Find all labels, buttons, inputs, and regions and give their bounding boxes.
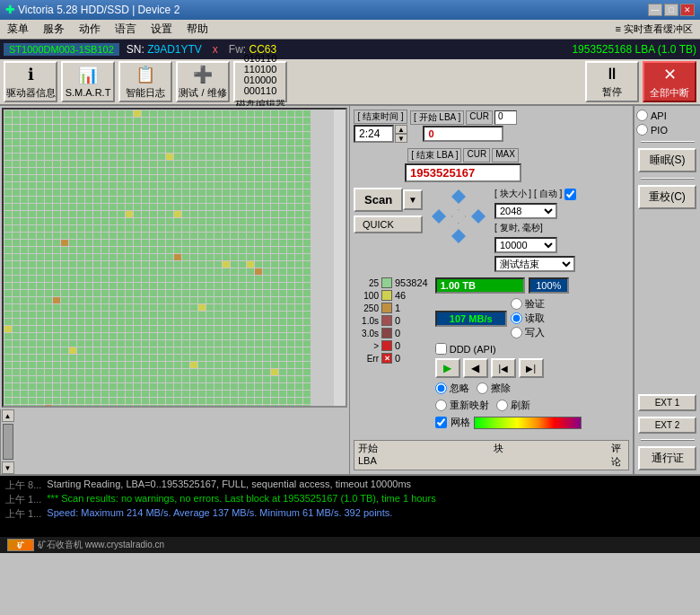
svg-rect-689 xyxy=(37,240,44,246)
start-lba-input[interactable]: 0 xyxy=(423,126,503,142)
svg-rect-374 xyxy=(255,175,262,181)
maximize-button[interactable]: □ xyxy=(664,4,678,16)
log-icon: 📋 xyxy=(136,65,155,84)
scan-button[interactable]: Scan xyxy=(354,188,403,212)
sleep-button[interactable]: 睡眠(S) xyxy=(638,148,696,172)
end-condition-dropdown[interactable]: 测试结束 xyxy=(494,256,575,272)
write-radio[interactable] xyxy=(511,327,522,338)
svg-rect-464 xyxy=(61,197,68,203)
svg-rect-1213 xyxy=(279,333,286,339)
ext2-button[interactable]: EXT 2 xyxy=(638,417,696,434)
end-lba-display[interactable]: 1953525167 xyxy=(405,163,521,182)
svg-rect-1485 xyxy=(21,391,28,397)
svg-rect-950 xyxy=(303,283,311,289)
pio-radio[interactable] xyxy=(636,124,648,136)
svg-rect-1289 xyxy=(279,347,286,354)
menu-item-action[interactable]: 动作 xyxy=(72,20,108,39)
skip-prev-btn[interactable]: |◀ xyxy=(491,358,516,378)
svg-rect-767 xyxy=(53,254,60,260)
svg-rect-951 xyxy=(4,290,12,296)
svg-rect-1281 xyxy=(214,347,222,354)
grid-checkbox[interactable] xyxy=(435,417,447,428)
verify-radio-label[interactable]: 验证 xyxy=(511,297,545,311)
log-time-2: 上午 1... xyxy=(5,507,41,521)
svg-rect-73 xyxy=(279,118,286,124)
ddd-checkbox[interactable] xyxy=(435,343,447,355)
time-dropdown[interactable]: 10000 xyxy=(494,237,557,253)
svg-rect-1150 xyxy=(77,326,84,332)
svg-rect-849 xyxy=(101,268,109,275)
scan-dropdown[interactable]: Scan ▼ xyxy=(354,188,423,212)
test-button[interactable]: ➕ 测试 / 维修 xyxy=(176,61,230,102)
device-close-btn[interactable]: x xyxy=(209,43,222,56)
device-model[interactable]: ST1000DM003-1SB102 xyxy=(4,43,119,56)
smart-button[interactable]: 📊 S.M.A.R.T xyxy=(61,61,115,102)
api-label[interactable]: API xyxy=(636,110,698,121)
svg-rect-1270 xyxy=(126,347,133,354)
nav-up-btn[interactable] xyxy=(451,189,466,204)
scroll-thumb[interactable] xyxy=(3,424,13,460)
refresh-radio[interactable] xyxy=(496,400,508,411)
svg-rect-1139 xyxy=(295,319,302,325)
svg-rect-1516 xyxy=(271,391,278,397)
hex-editor-button[interactable]: 010110110100010000000110 磁盘编辑器 xyxy=(233,61,287,102)
read-radio[interactable] xyxy=(511,312,522,324)
svg-rect-1326 xyxy=(271,355,278,361)
remap-label[interactable]: 重新映射 xyxy=(435,399,489,412)
scroll-down-btn[interactable]: ▼ xyxy=(2,461,14,474)
skip-next-btn[interactable]: ▶| xyxy=(519,358,544,378)
nav-down-btn[interactable] xyxy=(451,229,466,243)
svg-rect-1443 xyxy=(295,376,302,382)
scan-arrow[interactable]: ▼ xyxy=(403,189,423,210)
size-dropdown[interactable]: 2048 xyxy=(494,203,557,219)
nav-left-btn[interactable] xyxy=(432,209,446,224)
minimize-button[interactable]: — xyxy=(648,4,662,16)
scroll-up-btn[interactable]: ▲ xyxy=(2,409,14,422)
time-up-btn[interactable]: ▲ xyxy=(395,125,407,134)
remap-radio[interactable] xyxy=(435,400,447,411)
menu-item-settings[interactable]: 设置 xyxy=(144,20,179,39)
pio-label[interactable]: PIO xyxy=(636,124,698,136)
menu-item-service[interactable]: 服务 xyxy=(36,20,72,39)
erase-label[interactable]: 擦除 xyxy=(477,382,511,395)
verify-radio[interactable] xyxy=(511,298,522,310)
quick-button[interactable]: QUICK xyxy=(354,215,423,233)
svg-rect-336 xyxy=(255,168,262,174)
time-down-btn[interactable]: ▼ xyxy=(395,134,407,143)
pause-button[interactable]: ⏸ 暂停 xyxy=(585,61,639,102)
svg-rect-722 xyxy=(303,240,311,246)
nav-right-btn[interactable] xyxy=(471,209,486,224)
log-button[interactable]: 📋 智能日志 xyxy=(118,61,172,102)
refresh-label[interactable]: 刷新 xyxy=(496,399,530,412)
stop-all-button[interactable]: ✕ 全部中断 xyxy=(643,61,696,102)
svg-rect-97 xyxy=(166,125,173,131)
ignore-label[interactable]: 忽略 xyxy=(435,382,469,395)
driver-info-button[interactable]: ℹ 驱动器信息 xyxy=(4,61,57,102)
svg-rect-427 xyxy=(69,189,76,196)
svg-rect-1414 xyxy=(61,376,68,382)
menu-item-help[interactable]: 帮助 xyxy=(179,20,215,39)
svg-rect-416 xyxy=(287,182,294,189)
svg-rect-452 xyxy=(271,189,278,196)
svg-rect-1105 xyxy=(21,319,28,325)
ext1-button[interactable]: EXT 1 xyxy=(638,394,696,411)
write-radio-label[interactable]: 写入 xyxy=(511,326,545,339)
erase-radio[interactable] xyxy=(477,382,488,394)
svg-rect-637 xyxy=(231,225,238,232)
menu-item-lang[interactable]: 语言 xyxy=(108,20,144,39)
menu-item-menu[interactable]: 菜单 xyxy=(0,20,36,39)
ignore-radio[interactable] xyxy=(435,382,447,394)
svg-rect-830 xyxy=(255,261,262,268)
auto-checkbox[interactable] xyxy=(564,189,576,200)
svg-rect-701 xyxy=(134,240,141,246)
play-btn[interactable]: ▶ xyxy=(435,358,460,378)
read-radio-label[interactable]: 读取 xyxy=(511,312,545,325)
svg-rect-864 xyxy=(223,268,230,275)
close-button[interactable]: ✕ xyxy=(680,4,695,16)
reset-button[interactable]: 重校(C) xyxy=(638,185,696,209)
svg-rect-247 xyxy=(150,154,157,160)
prev-btn[interactable]: ◀ xyxy=(463,358,488,378)
certificate-button[interactable]: 通行证 xyxy=(638,446,696,470)
scan-scrollbar[interactable]: ▲ ▼ xyxy=(0,409,14,474)
api-radio[interactable] xyxy=(636,110,648,121)
